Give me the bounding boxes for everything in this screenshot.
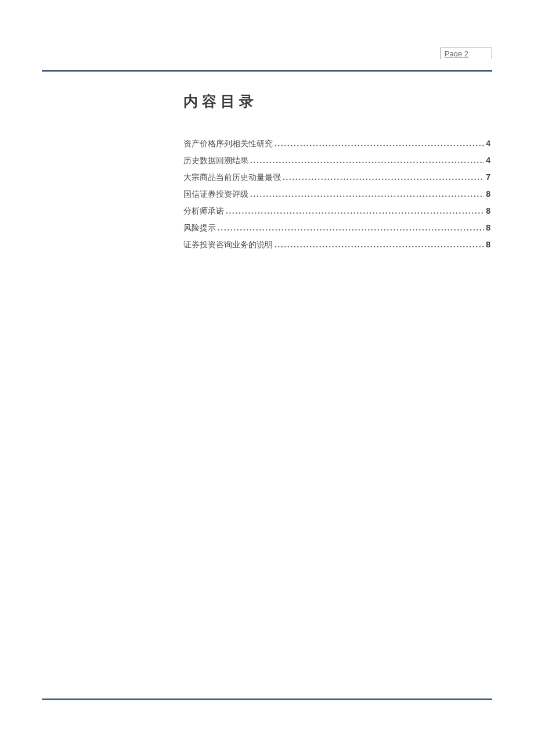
- toc-item-label: 证券投资咨询业务的说明: [183, 240, 273, 250]
- toc-item: 分析师承诺 8: [183, 206, 490, 217]
- toc-item-label: 国信证券投资评级: [183, 189, 248, 200]
- toc-item-page: 8: [486, 206, 490, 215]
- toc-item: 大宗商品当前历史动量最强 7: [183, 172, 490, 183]
- footer-rule: [42, 699, 492, 700]
- toc-item: 历史数据回溯结果 4: [183, 156, 490, 166]
- content-area: 内容目录 资产价格序列相关性研究 4 历史数据回溯结果 4 大宗商品当前历史动量…: [183, 92, 490, 257]
- toc-item: 证券投资咨询业务的说明 8: [183, 240, 490, 250]
- toc-list: 资产价格序列相关性研究 4 历史数据回溯结果 4 大宗商品当前历史动量最强 7 …: [183, 139, 490, 250]
- page-number-box: Page 2: [441, 48, 492, 59]
- toc-item-leader: [218, 224, 484, 233]
- toc-item-leader: [275, 240, 484, 250]
- toc-item-page: 4: [486, 139, 490, 148]
- toc-item-page: 4: [486, 156, 490, 165]
- toc-item-label: 资产价格序列相关性研究: [183, 139, 273, 149]
- toc-item-page: 8: [486, 240, 490, 249]
- toc-item-leader: [283, 173, 484, 182]
- toc-item-leader: [250, 156, 484, 165]
- toc-item: 资产价格序列相关性研究 4: [183, 139, 490, 149]
- page-number-text: Page 2: [445, 49, 468, 58]
- toc-item-label: 分析师承诺: [183, 206, 224, 217]
- toc-item-leader: [226, 207, 484, 216]
- toc-title: 内容目录: [183, 92, 490, 111]
- toc-item-label: 历史数据回溯结果: [183, 156, 248, 166]
- toc-item-leader: [275, 139, 484, 149]
- toc-item-label: 风险提示: [183, 223, 216, 233]
- toc-item: 风险提示 8: [183, 223, 490, 233]
- toc-item-page: 8: [486, 189, 490, 199]
- toc-item-label: 大宗商品当前历史动量最强: [183, 172, 281, 183]
- toc-item: 国信证券投资评级 8: [183, 189, 490, 200]
- header-rule: [42, 70, 492, 72]
- toc-item-page: 8: [486, 223, 490, 232]
- toc-item-leader: [250, 190, 484, 199]
- toc-item-page: 7: [486, 172, 490, 182]
